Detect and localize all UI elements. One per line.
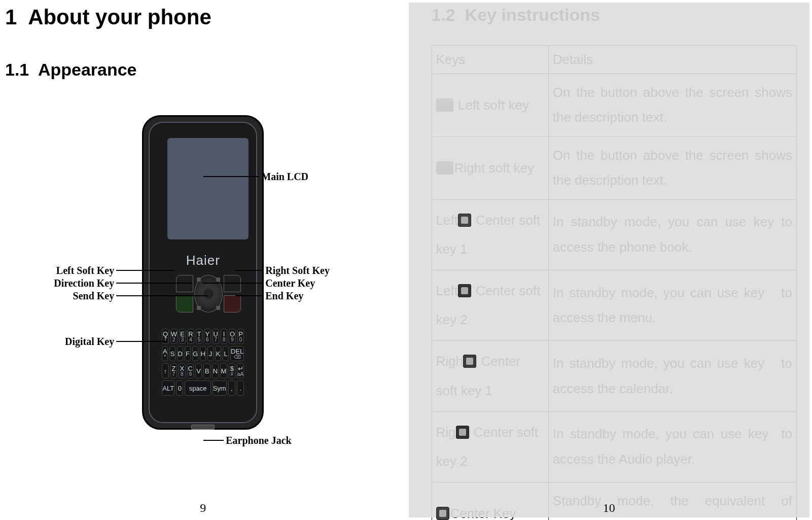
key-icon — [463, 355, 476, 368]
end-key-button — [224, 295, 241, 313]
earphone-jack-port — [191, 425, 215, 430]
callout-text: Direction Key — [54, 278, 114, 289]
document-spread: 1 About your phone 1.1 Appearance Haier — [0, 0, 812, 520]
callout-text: Digital Key — [65, 336, 114, 347]
keypad-key: . — [237, 380, 244, 396]
keypad-key: Sym — [213, 380, 227, 396]
callout-text: Send Key — [73, 290, 115, 301]
keypad-key: V — [195, 363, 202, 378]
page-left: 1 About your phone 1.1 Appearance Haier — [0, 0, 406, 520]
callout-text: Earphone Jack — [226, 435, 291, 446]
callout-text: Left Soft Key — [56, 265, 114, 276]
callout-line — [235, 295, 263, 296]
left-soft-key-button — [176, 275, 193, 292]
phone-inner-frame: Haier Q1W2E3R4T — [149, 122, 257, 423]
phone-appearance-diagram: Haier Q1W2E3R4T — [48, 110, 332, 475]
page-number-right: 10 — [603, 501, 615, 515]
keypad-key: L — [223, 346, 229, 361]
keypad-key: N — [212, 363, 219, 378]
key-icon — [456, 426, 469, 439]
keypad-key: T5 — [196, 329, 202, 344]
keypad-key: I8 — [221, 329, 227, 344]
key-cell: Right soft key — [432, 136, 548, 199]
callout-earphone-jack: Earphone Jack — [226, 435, 291, 446]
callout-text: Main LCD — [261, 171, 308, 182]
key-icon — [436, 161, 453, 175]
chapter-title: 1 About your phone — [5, 5, 376, 29]
keypad-key: U7 — [213, 329, 219, 344]
direction-pad — [194, 275, 223, 313]
qwerty-keypad: Q1W2E3R4T5Y6U7I8O9P0A*SDFGHJKLDEL⌫↑Z7X8C… — [160, 327, 246, 398]
keypad-key: P0 — [237, 329, 244, 344]
center-icon-tr — [216, 278, 220, 282]
callout-line — [203, 176, 259, 177]
key-icon — [436, 507, 449, 520]
callout-end-key: End Key — [265, 290, 303, 302]
center-icon-bl — [197, 306, 201, 310]
keypad-key: , — [228, 380, 235, 396]
keypad-key: D — [177, 346, 183, 361]
keypad-key: X8 — [179, 363, 185, 378]
keypad-key: O9 — [229, 329, 235, 344]
right-soft-key-button — [224, 275, 241, 292]
callout-text: Right Soft Key — [265, 265, 330, 276]
callout-center-key: Center Key — [265, 278, 315, 289]
table-row: Right soft keyOn the button above the sc… — [432, 136, 797, 199]
keypad-key: $# — [229, 363, 235, 378]
keypad-key: Y6 — [204, 329, 210, 344]
page-number-left: 9 — [200, 501, 206, 515]
key-instructions-table: KeysDetails Left soft keyOn the button a… — [432, 45, 797, 520]
callout-main-lcd: Main LCD — [261, 171, 308, 183]
keypad-key: W2 — [170, 329, 178, 344]
center-key-cap — [203, 289, 214, 299]
nav-cluster — [176, 275, 241, 321]
phone-body: Haier Q1W2E3R4T — [142, 115, 264, 430]
keypad-key: C9 — [187, 363, 194, 378]
page-right: 1.2 Key instructions KeysDetails Left so… — [406, 0, 813, 520]
callout-left-soft-key: Left Soft Key — [56, 265, 114, 276]
keypad-key: space — [185, 380, 210, 396]
key-icon — [458, 284, 471, 297]
phone-lcd — [167, 138, 249, 239]
phone-brand-label: Haier — [150, 253, 256, 268]
keypad-key: S — [169, 346, 175, 361]
callout-digital-key: Digital Key — [65, 336, 114, 348]
callout-line — [203, 440, 224, 441]
callout-text: End Key — [265, 290, 303, 301]
callout-line — [116, 270, 174, 271]
callout-direction-key: Direction Key — [54, 278, 114, 289]
keypad-key: DEL⌫ — [230, 346, 244, 361]
callout-line — [116, 283, 192, 284]
keypad-key: ↵aA — [237, 363, 244, 378]
key-icon — [458, 214, 471, 227]
keypad-key: K — [215, 346, 221, 361]
keypad-key: G — [192, 346, 198, 361]
keypad-key: 0 — [176, 380, 183, 396]
send-key-button — [176, 295, 193, 313]
center-icon-br — [216, 306, 220, 310]
center-icon-tl — [197, 278, 201, 282]
keypad-key: H — [200, 346, 206, 361]
keypad-key: A* — [162, 346, 168, 361]
callout-line — [116, 295, 207, 296]
callout-right-soft-key: Right Soft Key — [265, 265, 330, 276]
keypad-key: ALT — [162, 380, 174, 396]
keypad-key: M — [220, 363, 227, 378]
keypad-key: J — [207, 346, 214, 361]
callout-line — [116, 341, 167, 342]
callout-send-key: Send Key — [73, 290, 115, 302]
keypad-key: Z7 — [170, 363, 177, 378]
keypad-key: E3 — [179, 329, 186, 344]
callout-line — [235, 270, 263, 271]
keypad-key: R4 — [187, 329, 194, 344]
callout-line — [202, 283, 263, 284]
keypad-key: B — [203, 363, 210, 378]
keypad-key: ↑ — [162, 363, 168, 378]
keypad-key: F — [185, 346, 191, 361]
callout-text: Center Key — [265, 278, 315, 289]
section-title-1-1: 1.1 Appearance — [5, 60, 376, 80]
